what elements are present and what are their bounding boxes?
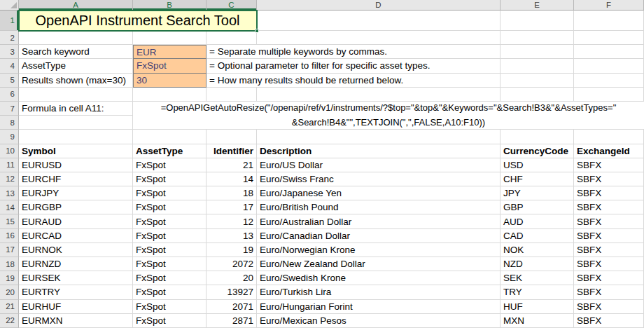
row-header[interactable]: 6 <box>0 88 19 102</box>
cell[interactable] <box>257 130 500 144</box>
cell[interactable] <box>257 31 500 45</box>
cell-description[interactable]: Euro/Turkish Lira <box>257 285 500 299</box>
column-header-a[interactable]: A <box>19 0 133 11</box>
row-header[interactable]: 17 <box>0 243 19 257</box>
cell[interactable] <box>574 74 644 88</box>
cell-currencycode[interactable]: USD <box>500 158 574 172</box>
cell[interactable] <box>257 88 500 102</box>
cell-currencycode[interactable]: AUD <box>500 214 574 228</box>
row-header[interactable]: 7 <box>0 102 19 116</box>
param-label[interactable]: AssetType <box>19 59 133 73</box>
table-header-description[interactable]: Description <box>257 144 500 158</box>
cell[interactable] <box>574 11 644 31</box>
row-header[interactable]: 11 <box>0 158 19 172</box>
row-header[interactable]: 9 <box>0 130 19 144</box>
cell[interactable] <box>500 11 574 31</box>
cell-assettype[interactable]: FxSpot <box>133 172 206 186</box>
cell[interactable] <box>500 59 574 73</box>
cell[interactable] <box>19 116 133 130</box>
cell[interactable] <box>500 45 574 59</box>
cell-exchangeid[interactable]: SBFX <box>574 158 644 172</box>
results-shown-input[interactable]: 30 <box>133 74 206 88</box>
table-header-exchangeid[interactable]: ExchangeId <box>574 144 644 158</box>
row-header[interactable]: 19 <box>0 271 19 285</box>
cell-identifier[interactable]: 14 <box>206 172 257 186</box>
cell[interactable] <box>206 31 257 45</box>
cell-symbol[interactable]: EURMXN <box>19 314 133 328</box>
cell-currencycode[interactable]: TRY <box>500 285 574 299</box>
cell[interactable] <box>19 130 133 144</box>
table-header-identifier[interactable]: Identifier <box>206 144 257 158</box>
cell-description[interactable]: Euro/Swedish Krone <box>257 271 500 285</box>
column-header-f[interactable]: F <box>574 0 644 11</box>
cell-description[interactable]: Euro/Canadian Dollar <box>257 229 500 243</box>
cell-description[interactable]: Euro/Australian Dollar <box>257 214 500 228</box>
note-text[interactable]: = Separate multiple keywords by commas. <box>206 45 257 59</box>
cell-identifier[interactable]: 2072 <box>206 257 257 271</box>
row-header[interactable]: 16 <box>0 229 19 243</box>
cell-symbol[interactable]: EURGBP <box>19 200 133 214</box>
search-keyword-input[interactable]: EUR <box>133 45 206 59</box>
table-header-currencycode[interactable]: CurrencyCode <box>500 144 574 158</box>
column-header-e[interactable]: E <box>500 0 574 11</box>
cell[interactable] <box>574 59 644 73</box>
title-cell[interactable]: OpenAPI Instrument Search Tool <box>19 11 257 31</box>
cell-description[interactable]: Euro/Norwegian Krone <box>257 243 500 257</box>
cell-assettype[interactable]: FxSpot <box>133 229 206 243</box>
cell-symbol[interactable]: EURNOK <box>19 243 133 257</box>
cell[interactable] <box>19 88 133 102</box>
row-header[interactable]: 10 <box>0 144 19 158</box>
cell-currencycode[interactable]: SEK <box>500 271 574 285</box>
row-header[interactable]: 20 <box>0 285 19 299</box>
cell-symbol[interactable]: EURCAD <box>19 229 133 243</box>
cell[interactable] <box>19 31 133 45</box>
cell-exchangeid[interactable]: SBFX <box>574 271 644 285</box>
cell-assettype[interactable]: FxSpot <box>133 285 206 299</box>
cell-identifier[interactable]: 21 <box>206 158 257 172</box>
cell-description[interactable]: Euro/Mexican Pesos <box>257 314 500 328</box>
row-header[interactable]: 21 <box>0 300 19 314</box>
cell-identifier[interactable]: 13927 <box>206 285 257 299</box>
row-header[interactable]: 12 <box>0 172 19 186</box>
cell-symbol[interactable]: EURCHF <box>19 172 133 186</box>
row-header[interactable]: 5 <box>0 74 19 88</box>
cell-symbol[interactable]: EURHUF <box>19 300 133 314</box>
cell-symbol[interactable]: EURNZD <box>19 257 133 271</box>
row-header[interactable]: 13 <box>0 186 19 200</box>
cell[interactable] <box>500 88 574 102</box>
param-label[interactable]: Results shown (max=30) <box>19 74 133 88</box>
cell-description[interactable]: Euro/British Pound <box>257 200 500 214</box>
cell-exchangeid[interactable]: SBFX <box>574 285 644 299</box>
formula-label-cell[interactable]: Formula in cell A11: <box>19 102 133 116</box>
cell-symbol[interactable]: EURSEK <box>19 271 133 285</box>
cell-identifier[interactable]: 20 <box>206 271 257 285</box>
cell-assettype[interactable]: FxSpot <box>133 214 206 228</box>
cell-currencycode[interactable]: MXN <box>500 314 574 328</box>
cell-assettype[interactable]: FxSpot <box>133 314 206 328</box>
cell-symbol[interactable]: EURUSD <box>19 158 133 172</box>
column-header-d[interactable]: D <box>257 0 500 11</box>
column-header-c[interactable]: C <box>206 0 257 11</box>
cell-currencycode[interactable]: CHF <box>500 172 574 186</box>
row-header[interactable]: 1 <box>0 11 19 31</box>
cell-identifier[interactable]: 2071 <box>206 300 257 314</box>
cell-identifier[interactable]: 2871 <box>206 314 257 328</box>
cell-symbol[interactable]: EURAUD <box>19 214 133 228</box>
asset-type-input[interactable]: FxSpot <box>133 59 206 73</box>
cell[interactable] <box>206 88 257 102</box>
table-header-assettype[interactable]: AssetType <box>133 144 206 158</box>
cell-currencycode[interactable]: NZD <box>500 257 574 271</box>
cell-assettype[interactable]: FxSpot <box>133 271 206 285</box>
cell-assettype[interactable]: FxSpot <box>133 300 206 314</box>
cell-identifier[interactable]: 17 <box>206 200 257 214</box>
cell-description[interactable]: Euro/Hungarian Forint <box>257 300 500 314</box>
cell[interactable] <box>206 130 257 144</box>
note-text[interactable]: = Optional parameter to filter for speci… <box>206 59 257 73</box>
select-all-corner[interactable] <box>0 0 19 11</box>
cell-currencycode[interactable]: JPY <box>500 186 574 200</box>
column-header-b[interactable]: B <box>133 0 206 11</box>
cell-exchangeid[interactable]: SBFX <box>574 243 644 257</box>
cell[interactable] <box>133 130 206 144</box>
row-header[interactable]: 3 <box>0 45 19 59</box>
param-label[interactable]: Search keyword <box>19 45 133 59</box>
